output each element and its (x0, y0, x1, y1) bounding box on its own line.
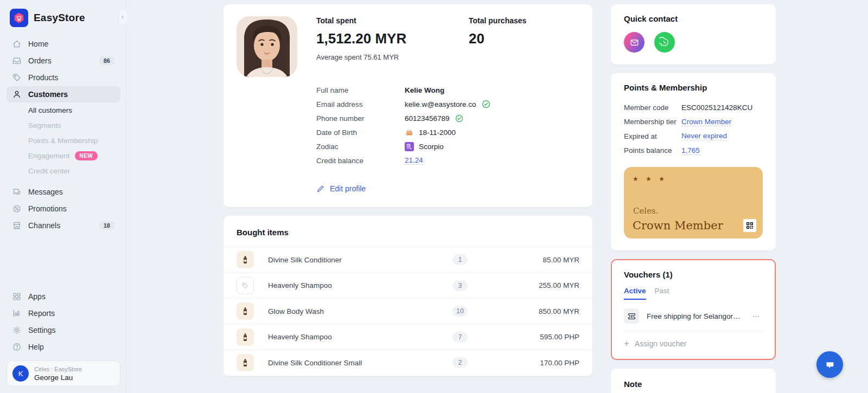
app-window: ‹ EasyStore Home (0, 0, 868, 393)
sidebar-subitem-credit-center[interactable]: Credit center (7, 164, 120, 178)
voucher-row[interactable]: Free shipping for Selangor… ⋯ (624, 308, 763, 324)
product-name: Heavenly Shampoo (268, 281, 449, 289)
sidebar-subitem-segments[interactable]: Segments (7, 118, 120, 133)
right-column: Quick contact Points & Membership (611, 4, 776, 393)
row-label: Expired at (624, 132, 681, 140)
points-membership-card: Points & Membership Member code ESC00251… (611, 73, 776, 250)
field-value: 60123456789 (405, 114, 450, 123)
sidebar-item-label: Help (28, 343, 44, 351)
content-area: Total spent 1,512.20 MYR Average spent 7… (126, 0, 868, 393)
tag-icon (12, 73, 22, 82)
bought-item-row[interactable]: Heavenly Shampoo 7 595.00 PHP (224, 325, 592, 351)
points-balance-link[interactable]: 1,765 (681, 146, 700, 155)
quantity-badge: 3 (452, 280, 468, 291)
brand-name: EasyStore (34, 12, 85, 24)
sidebar-item-home[interactable]: Home (7, 36, 120, 52)
row-label: Membership tier (624, 118, 681, 126)
row-label: Points balance (624, 146, 681, 154)
sidebar-subitem-all-customers[interactable]: All customers (7, 103, 120, 118)
sidebar-subitem-label: All customers (28, 106, 72, 114)
sidebar-item-customers[interactable]: Customers (7, 86, 120, 102)
birthday-cake-icon (405, 128, 414, 137)
sidebar-item-apps[interactable]: Apps (7, 288, 120, 305)
sidebar-item-channels[interactable]: Channels 18 (7, 217, 120, 234)
field-zodiac: Zodiac ♏ Scorpio (316, 139, 579, 153)
sidebar-subitem-label: Credit center (28, 167, 70, 175)
sidebar-subitem-engagement[interactable]: Engagement NEW (7, 149, 120, 163)
qr-code-icon[interactable] (743, 219, 756, 232)
gear-icon (12, 325, 22, 335)
expired-at-link[interactable]: Never expired (681, 132, 727, 140)
field-label: Email address (316, 100, 405, 108)
customer-details: Full name Kelie Wong Email address kelie… (316, 83, 579, 167)
messages-icon (12, 187, 22, 197)
item-price: 170.00 PHP (471, 359, 579, 367)
edit-profile-button[interactable]: Edit profile (316, 184, 366, 193)
note-card: Note (611, 369, 776, 393)
sidebar: ‹ EasyStore Home (0, 0, 126, 393)
product-thumbnail (237, 328, 254, 346)
account-switcher[interactable]: K Celes : EasyStore George Lau (7, 360, 120, 386)
help-circle-icon (12, 342, 22, 352)
sidebar-item-reports[interactable]: Reports (7, 305, 120, 321)
orders-inbox-icon (12, 56, 22, 66)
user-icon (12, 89, 22, 99)
scorpio-icon: ♏ (405, 142, 414, 151)
quantity-badge: 2 (452, 357, 468, 368)
field-value: 18-11-2000 (419, 128, 456, 137)
sidebar-subitem-points-membership[interactable]: Points & Membership (7, 133, 120, 148)
item-price: 595.00 PHP (471, 333, 579, 341)
field-phone: Phone number 60123456789 (316, 111, 579, 125)
orders-count-badge: 86 (99, 56, 115, 65)
storefront-icon (12, 221, 22, 230)
whatsapp-icon[interactable] (654, 32, 675, 53)
field-dob: Date of Birth 18-11-2000 (316, 125, 579, 139)
bought-item-row[interactable]: Heavenly Shampoo 3 255.00 MYR (224, 273, 592, 299)
membership-tier-link[interactable]: Crown Member (681, 118, 731, 126)
field-label: Credit balance (316, 157, 405, 165)
bought-item-row[interactable]: Glow Body Wash 10 850.00 MYR (224, 299, 592, 325)
credit-balance-link[interactable]: 21.24 (405, 156, 423, 165)
membership-card-visual: ★ ★ ★ Celes. Crown Member (624, 167, 763, 239)
sidebar-item-label: Home (28, 40, 48, 48)
assign-voucher-button[interactable]: + Assign voucher (624, 339, 763, 348)
vouchers-title: Vouchers (1) (624, 270, 763, 279)
points-balance-row: Points balance 1,765 (624, 144, 763, 158)
field-credit-balance: Credit balance 21.24 (316, 153, 579, 167)
product-name: Divine Silk Conditioner Small (268, 359, 449, 367)
plus-icon: + (624, 339, 629, 348)
tab-active-vouchers[interactable]: Active (624, 287, 646, 300)
member-code-row: Member code ESC0025121428KCU (624, 100, 763, 115)
home-icon (12, 39, 22, 49)
sidebar-item-help[interactable]: Help (7, 339, 120, 355)
sidebar-item-settings[interactable]: Settings (7, 322, 120, 338)
sidebar-item-promotions[interactable]: Promotions (7, 201, 120, 217)
sidebar-item-orders[interactable]: Orders 86 (7, 53, 120, 69)
chat-widget-button[interactable] (816, 351, 843, 378)
sidebar-collapse-button[interactable]: ‹ (118, 9, 126, 25)
voucher-tabs: Active Past (624, 287, 763, 300)
nav-spacer (7, 179, 120, 183)
bought-item-row[interactable]: Divine Silk Conditioner 1 85.00 MYR (224, 247, 592, 273)
quantity-badge: 10 (452, 306, 468, 317)
bought-item-row[interactable]: Divine Silk Conditioner Small 2 170.00 P… (224, 350, 592, 376)
quick-contact-card: Quick contact (611, 4, 776, 65)
field-label: Date of Birth (316, 128, 405, 137)
product-thumbnail (237, 302, 254, 320)
sidebar-item-messages[interactable]: Messages (7, 184, 120, 200)
product-name: Divine Silk Conditioner (268, 256, 449, 264)
sidebar-item-label: Reports (28, 309, 55, 318)
field-value: Kelie Wong (405, 86, 444, 94)
quantity-badge: 1 (452, 254, 468, 265)
more-options-icon[interactable]: ⋯ (750, 311, 763, 321)
tier-stars: ★ ★ ★ (633, 175, 754, 183)
item-price: 85.00 MYR (471, 256, 579, 264)
chat-bubble-icon (824, 358, 837, 371)
product-thumbnail (237, 354, 254, 371)
total-purchases-stat: Total purchases 20 (469, 16, 526, 61)
tab-past-vouchers[interactable]: Past (655, 287, 669, 300)
store-brand: Celes. (633, 206, 659, 216)
sidebar-item-products[interactable]: Products (7, 69, 120, 86)
product-name: Glow Body Wash (268, 307, 449, 315)
email-icon[interactable] (624, 32, 644, 53)
